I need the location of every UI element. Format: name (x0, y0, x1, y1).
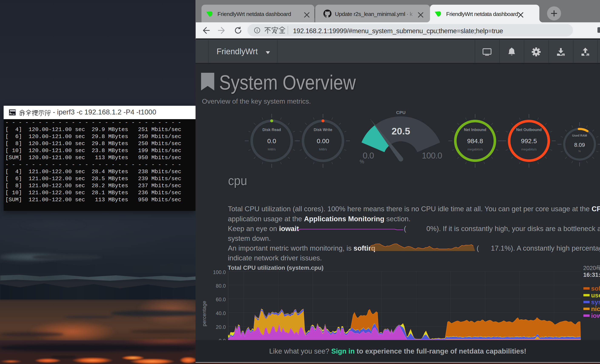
svg-text:megabits/s: megabits/s (521, 148, 537, 151)
svg-text:0.0: 0.0 (363, 151, 374, 160)
svg-text:CPU: CPU (396, 110, 405, 115)
svg-text:Used RAM: Used RAM (572, 134, 587, 137)
svg-text:0.00: 0.00 (317, 137, 329, 144)
svg-text:8.09: 8.09 (574, 142, 585, 148)
svg-text:Net Inbound: Net Inbound (464, 128, 486, 132)
svg-text:100.0: 100.0 (422, 151, 442, 160)
svg-text:megabits/s: megabits/s (468, 148, 483, 151)
svg-text:20.5: 20.5 (392, 126, 410, 137)
svg-text:Disk Read: Disk Read (262, 128, 281, 132)
svg-text:%: % (360, 159, 364, 164)
svg-text:984.8: 984.8 (467, 137, 483, 144)
svg-text:Disk Write: Disk Write (314, 128, 332, 132)
svg-text:MiB/s: MiB/s (268, 148, 276, 151)
svg-text:MiB/s: MiB/s (319, 148, 327, 151)
svg-text:Net Outbound: Net Outbound (516, 128, 542, 132)
svg-text:%: % (578, 149, 581, 153)
svg-text:992.5: 992.5 (521, 137, 537, 144)
svg-text:0.0: 0.0 (267, 137, 276, 144)
